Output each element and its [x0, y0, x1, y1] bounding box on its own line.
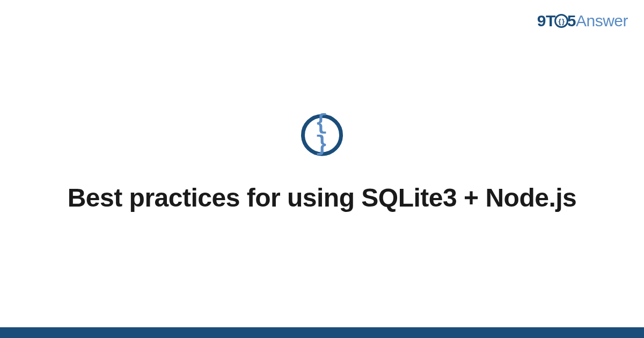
- main-content: { } Best practices for using SQLite3 + N…: [0, 114, 644, 214]
- brand-circle-glyph: { }: [558, 18, 564, 25]
- brand-circle-icon: { }: [554, 14, 568, 28]
- brand-text-part2: 5: [567, 12, 576, 30]
- brand-logo: 9T{ }5Answer: [537, 12, 628, 30]
- code-braces-glyph: { }: [305, 113, 339, 156]
- page-title: Best practices for using SQLite3 + Node.…: [32, 182, 612, 214]
- category-code-icon: { }: [301, 114, 343, 156]
- footer-bar: [0, 327, 644, 338]
- brand-text-part3: Answer: [576, 12, 628, 30]
- brand-text-part1: 9T: [537, 12, 555, 30]
